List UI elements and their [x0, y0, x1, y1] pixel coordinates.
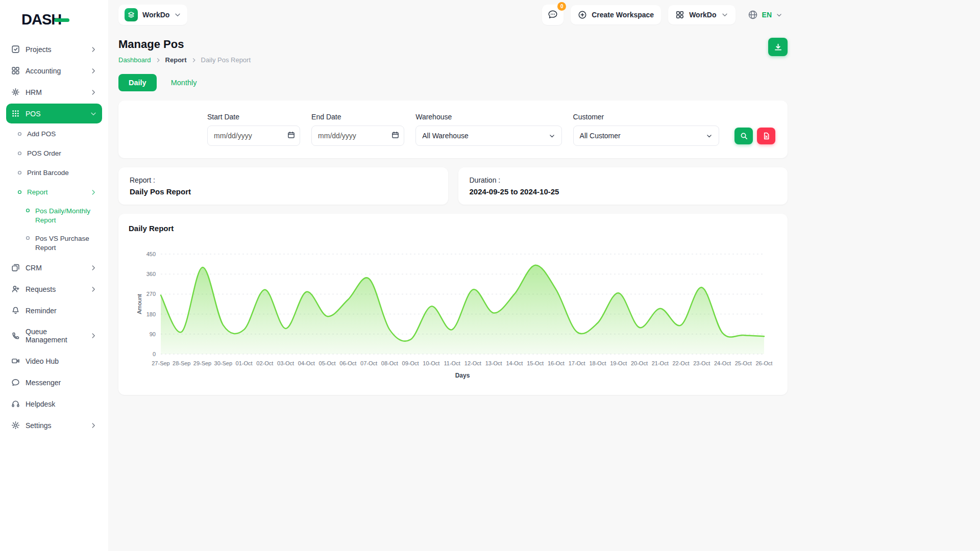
- chevron-down-icon: [90, 110, 97, 117]
- customer-select[interactable]: All Customer: [573, 126, 719, 146]
- messages-button[interactable]: 0: [542, 5, 564, 25]
- clear-file-icon: [763, 132, 770, 140]
- daily-report-chart-svg: 09018027036045027-Sep28-Sep29-Sep30-Sep0…: [134, 247, 772, 381]
- sidebar-nav: Projects Accounting HRM: [6, 39, 102, 435]
- reset-button[interactable]: [757, 128, 775, 144]
- video-icon: [11, 357, 20, 365]
- svg-text:Days: Days: [455, 372, 470, 379]
- end-date-field-group: End Date: [311, 113, 404, 146]
- sidebar: DASH Projects Accounting HR: [0, 0, 108, 551]
- chevron-right-icon: [90, 286, 97, 293]
- warehouse-select-value: All Warehouse: [422, 132, 469, 140]
- duration-value: 2024-09-25 to 2024-10-25: [470, 187, 777, 196]
- download-icon: [774, 43, 782, 52]
- chevron-right-icon: [191, 57, 197, 63]
- start-date-input[interactable]: [207, 126, 300, 146]
- sidebar-item-label: Helpdesk: [26, 400, 55, 408]
- sidebar-item-add-pos[interactable]: Add POS: [6, 125, 102, 143]
- apps-grid-icon: [11, 109, 20, 118]
- tab-daily[interactable]: Daily: [118, 74, 157, 91]
- sidebar-item-projects[interactable]: Projects: [6, 39, 102, 59]
- warehouse-select[interactable]: All Warehouse: [415, 126, 561, 146]
- sidebar-item-helpdesk[interactable]: Helpdesk: [6, 394, 102, 414]
- svg-text:08-Oct: 08-Oct: [381, 360, 398, 366]
- svg-text:18-Oct: 18-Oct: [589, 360, 606, 366]
- user-plus-icon: [11, 285, 20, 293]
- circle-bullet-icon: [26, 208, 30, 213]
- category-grid-icon: [675, 10, 684, 19]
- chevron-right-icon: [155, 57, 161, 63]
- sidebar-item-hrm[interactable]: HRM: [6, 82, 102, 102]
- search-button[interactable]: [734, 128, 753, 144]
- language-code: EN: [762, 11, 772, 19]
- circle-bullet-icon: [17, 170, 22, 175]
- sidebar-item-accounting[interactable]: Accounting: [6, 61, 102, 81]
- report-value: Daily Pos Report: [130, 187, 437, 196]
- duration-info-card: Duration : 2024-09-25 to 2024-10-25: [458, 167, 788, 205]
- sidebar-item-queue-management[interactable]: Queue Management: [6, 322, 102, 349]
- customer-label: Customer: [573, 113, 719, 121]
- sidebar-item-messenger[interactable]: Messenger: [6, 372, 102, 392]
- chevron-right-icon: [90, 189, 97, 196]
- svg-text:270: 270: [146, 291, 155, 297]
- tab-monthly[interactable]: Monthly: [171, 79, 197, 87]
- chevron-down-icon: [706, 133, 713, 139]
- sidebar-item-report[interactable]: Report: [6, 183, 102, 201]
- sidebar-item-settings[interactable]: Settings: [6, 415, 102, 435]
- svg-text:01-Oct: 01-Oct: [235, 360, 252, 366]
- svg-text:24-Oct: 24-Oct: [714, 360, 730, 366]
- end-date-label: End Date: [311, 113, 404, 121]
- workspace-selector[interactable]: WorkDo: [118, 5, 187, 25]
- topbar: WorkDo 0 Create Workspace WorkDo EN: [118, 0, 788, 30]
- sidebar-item-label: POS: [26, 110, 41, 118]
- sidebar-item-pos-daily-monthly-report[interactable]: Pos Daily/Monthly Report: [6, 203, 102, 229]
- breadcrumb-dashboard-link[interactable]: Dashboard: [118, 56, 151, 64]
- chevron-right-icon: [90, 422, 97, 429]
- workspace-menu-label: WorkDo: [689, 11, 716, 19]
- gear-icon: [11, 421, 20, 430]
- calendar-icon[interactable]: [287, 131, 295, 139]
- svg-text:22-Oct: 22-Oct: [672, 360, 689, 366]
- sidebar-item-label: Accounting: [26, 67, 61, 75]
- globe-icon: [748, 10, 758, 20]
- info-cards-row: Report : Daily Pos Report Duration : 202…: [118, 167, 788, 205]
- workspace-menu-button[interactable]: WorkDo: [668, 5, 735, 24]
- download-button[interactable]: [768, 38, 788, 56]
- sidebar-item-requests[interactable]: Requests: [6, 279, 102, 299]
- sidebar-item-crm[interactable]: CRM: [6, 258, 102, 278]
- app-logo[interactable]: DASH: [21, 11, 61, 28]
- create-workspace-label: Create Workspace: [592, 11, 654, 19]
- circle-bullet-icon: [17, 132, 22, 136]
- sidebar-item-pos-vs-purchase-report[interactable]: Pos VS Purchase Report: [6, 230, 102, 256]
- search-icon: [740, 132, 748, 140]
- sidebar-item-reminder[interactable]: Reminder: [6, 300, 102, 320]
- sidebar-item-label: CRM: [26, 264, 42, 272]
- svg-text:30-Sep: 30-Sep: [214, 360, 232, 366]
- customer-select-value: All Customer: [580, 132, 621, 140]
- svg-text:23-Oct: 23-Oct: [693, 360, 710, 366]
- svg-text:10-Oct: 10-Oct: [423, 360, 439, 366]
- chevron-down-icon: [549, 133, 555, 139]
- svg-text:27-Sep: 27-Sep: [152, 360, 169, 366]
- chevron-right-icon: [90, 67, 97, 74]
- chat-icon: [11, 378, 20, 387]
- phone-icon: [11, 332, 20, 340]
- calendar-icon[interactable]: [391, 131, 399, 139]
- sidebar-item-pos-order[interactable]: POS Order: [6, 144, 102, 162]
- sidebar-item-pos[interactable]: POS: [6, 104, 102, 123]
- svg-text:13-Oct: 13-Oct: [485, 360, 502, 366]
- end-date-input[interactable]: [311, 126, 404, 146]
- circle-bullet-icon: [26, 236, 30, 240]
- circle-bullet-icon: [17, 190, 22, 194]
- create-workspace-button[interactable]: Create Workspace: [571, 5, 661, 24]
- sidebar-item-video-hub[interactable]: Video Hub: [6, 351, 102, 371]
- workspace-avatar: [125, 8, 138, 21]
- sidebar-item-print-barcode[interactable]: Print Barcode: [6, 164, 102, 182]
- svg-text:02-Oct: 02-Oct: [256, 360, 273, 366]
- filter-card: Start Date End Date Warehouse All Wareho…: [118, 101, 788, 158]
- svg-text:04-Oct: 04-Oct: [298, 360, 314, 366]
- svg-text:06-Oct: 06-Oct: [339, 360, 356, 366]
- page-title: Manage Pos: [118, 38, 251, 51]
- sidebar-item-label: Add POS: [27, 130, 56, 138]
- language-selector[interactable]: EN: [743, 5, 788, 24]
